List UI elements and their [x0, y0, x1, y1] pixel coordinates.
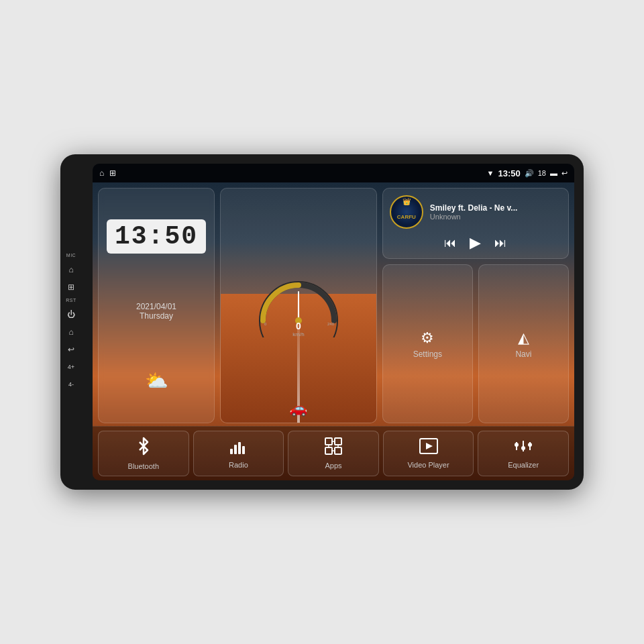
music-top: 👑 CARFU Smiley ft. Delia - Ne v... Unkno… — [390, 195, 561, 229]
power-side-button[interactable]: ⏻ — [64, 308, 78, 321]
settings-icon: ⚙ — [421, 329, 434, 347]
svg-rect-8 — [234, 445, 237, 454]
svg-rect-7 — [230, 449, 233, 454]
svg-text:0: 0 — [264, 322, 267, 326]
apps-button[interactable]: Apps — [288, 431, 379, 476]
svg-rect-10 — [242, 446, 245, 454]
svg-rect-12 — [335, 438, 341, 445]
next-button[interactable]: ⏭ — [494, 236, 506, 250]
music-title: Smiley ft. Delia - Ne v... — [430, 203, 561, 213]
navi-icon: ◭ — [518, 329, 529, 347]
svg-rect-13 — [325, 447, 332, 454]
settings-button[interactable]: ⚙ Settings — [382, 264, 473, 423]
back-status-icon[interactable]: ↩ — [561, 169, 568, 178]
equalizer-button[interactable]: Equalizer — [478, 431, 569, 476]
clock-date: 2021/04/01 Thursday — [136, 302, 176, 321]
wifi-icon: ▼ — [487, 169, 494, 177]
clock-widget: 13:50 2021/04/01 Thursday ⛅ — [98, 188, 215, 423]
navi-label: Navi — [515, 350, 531, 359]
main-content: 13:50 2021/04/01 Thursday ⛅ 🚗 — [93, 182, 574, 480]
top-panels: 13:50 2021/04/01 Thursday ⛅ 🚗 — [93, 182, 574, 426]
back-side-button[interactable]: ↩ — [64, 343, 78, 356]
home2-side-button[interactable]: ⌂ — [64, 325, 78, 339]
volume-icon: 🔊 — [525, 169, 534, 178]
svg-rect-14 — [335, 447, 341, 454]
music-artist: Unknown — [430, 213, 561, 221]
svg-rect-9 — [238, 442, 241, 454]
svg-text:240: 240 — [327, 322, 335, 326]
music-info: Smiley ft. Delia - Ne v... Unknown — [430, 203, 561, 221]
settings-label: Settings — [413, 350, 442, 359]
equalizer-label: Equalizer — [508, 461, 539, 469]
mic-label: MIC — [66, 253, 76, 258]
svg-point-26 — [528, 443, 532, 447]
clock-display: 13:50 — [107, 219, 206, 254]
right-panel: 👑 CARFU Smiley ft. Delia - Ne v... Unkno… — [382, 188, 569, 423]
music-widget: 👑 CARFU Smiley ft. Delia - Ne v... Unkno… — [382, 188, 569, 259]
bluetooth-icon — [136, 437, 152, 460]
navi-button[interactable]: ◭ Navi — [478, 264, 569, 423]
vol-down-button[interactable]: 4- — [64, 378, 78, 391]
volume-level: 18 — [538, 169, 546, 177]
music-logo: 👑 CARFU — [390, 195, 423, 229]
apps-label: Apps — [325, 462, 341, 470]
apps-side-button[interactable]: ⊞ — [64, 280, 78, 294]
side-button-panel: MIC ⌂ ⊞ RST ⏻ ⌂ ↩ 4+ 4- — [60, 253, 82, 391]
home-side-button[interactable]: ⌂ — [64, 263, 78, 276]
equalizer-icon — [514, 438, 533, 458]
weather-icon: ⛅ — [145, 370, 168, 392]
prev-button[interactable]: ⏮ — [444, 236, 456, 250]
svg-text:km/h: km/h — [292, 331, 304, 337]
settings-navi-row: ⚙ Settings ◭ Navi — [382, 264, 569, 423]
car-head-unit: MIC ⌂ ⊞ RST ⏻ ⌂ ↩ 4+ 4- ⌂ ⊞ ▼ 13:50 🔊 18… — [60, 154, 584, 490]
bluetooth-button[interactable]: Bluetooth — [98, 431, 189, 476]
svg-point-22 — [515, 443, 519, 447]
logo-text: CARFU — [397, 214, 416, 220]
bluetooth-label: Bluetooth — [128, 462, 159, 470]
bottom-app-bar: Bluetooth Radio — [93, 426, 574, 480]
speedometer-svg: 0 km/h 0 240 — [255, 277, 342, 337]
svg-marker-20 — [426, 443, 433, 449]
music-controls: ⏮ ▶ ⏭ — [390, 234, 561, 252]
video-player-button[interactable]: Video Player — [383, 431, 474, 476]
svg-rect-11 — [325, 438, 332, 445]
car-icon: 🚗 — [289, 400, 307, 417]
crown-icon: 👑 — [402, 198, 411, 205]
radio-icon — [229, 438, 248, 458]
speedometer-widget: 🚗 — [220, 188, 377, 423]
status-time: 13:50 — [498, 168, 521, 178]
apps-status-icon[interactable]: ⊞ — [109, 168, 116, 178]
status-bar: ⌂ ⊞ ▼ 13:50 🔊 18 ▬ ↩ — [93, 164, 574, 182]
home-status-icon[interactable]: ⌂ — [99, 168, 104, 178]
window-icon: ▬ — [550, 169, 557, 177]
radio-label: Radio — [229, 461, 248, 469]
video-player-icon — [419, 438, 438, 458]
svg-text:0: 0 — [296, 321, 301, 331]
vol-up-button[interactable]: 4+ — [64, 360, 78, 374]
svg-point-24 — [521, 446, 525, 450]
apps-icon — [325, 437, 342, 459]
screen: ⌂ ⊞ ▼ 13:50 🔊 18 ▬ ↩ 13:50 2021/04/01 — [93, 164, 574, 480]
radio-button[interactable]: Radio — [193, 431, 284, 476]
gauge-container: 0 km/h 0 240 — [255, 277, 342, 340]
play-button[interactable]: ▶ — [470, 234, 481, 252]
video-player-label: Video Player — [407, 461, 449, 469]
rst-label: RST — [66, 298, 76, 303]
